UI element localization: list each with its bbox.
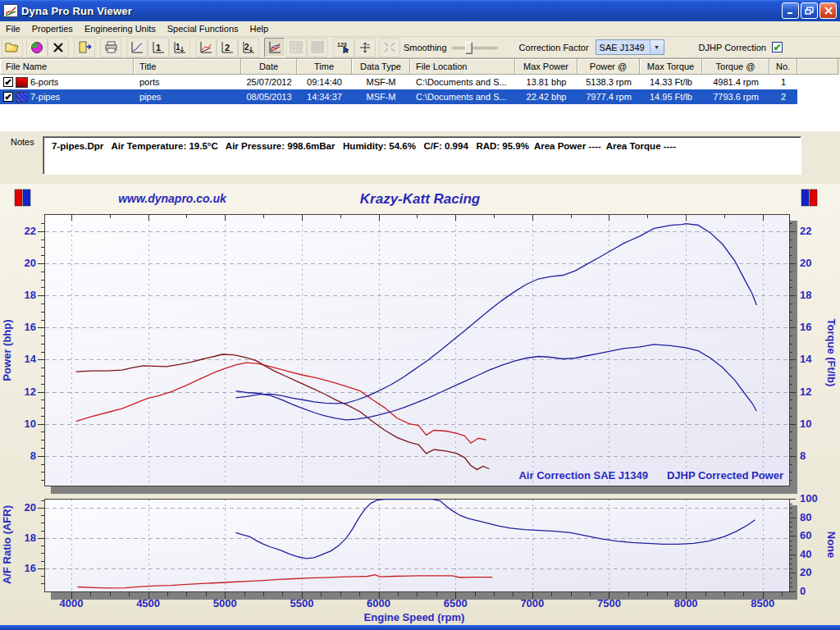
svg-text:DJHP Corrected Power: DJHP Corrected Power (667, 469, 783, 482)
svg-text:5000: 5000 (213, 597, 237, 609)
svg-text:5500: 5500 (290, 597, 313, 609)
svg-text:20: 20 (800, 566, 811, 578)
svg-text:20: 20 (25, 501, 36, 514)
svg-text:16: 16 (25, 321, 36, 333)
dyno-charts: 881010121214141616181820202222Air Correc… (0, 0, 840, 630)
svg-text:0: 0 (800, 585, 806, 597)
svg-text:8500: 8500 (751, 597, 774, 609)
svg-text:8000: 8000 (674, 597, 698, 609)
svg-text:20: 20 (800, 257, 811, 269)
svg-text:6000: 6000 (367, 597, 390, 609)
svg-text:18: 18 (25, 532, 36, 544)
svg-text:Power (bhp): Power (bhp) (1, 319, 13, 381)
svg-text:80: 80 (800, 511, 811, 523)
svg-text:4000: 4000 (60, 597, 84, 609)
svg-text:Engine Speed (rpm): Engine Speed (rpm) (364, 611, 465, 623)
svg-text:20: 20 (25, 257, 36, 269)
svg-text:10: 10 (25, 418, 36, 430)
svg-text:22: 22 (25, 225, 36, 237)
svg-text:12: 12 (25, 386, 36, 398)
svg-text:14: 14 (800, 353, 812, 365)
svg-text:16: 16 (800, 321, 811, 333)
svg-text:16: 16 (25, 562, 36, 574)
svg-text:A/F Ratio (AFR): A/F Ratio (AFR) (1, 505, 13, 584)
svg-text:100: 100 (800, 492, 818, 504)
svg-text:18: 18 (25, 289, 36, 301)
svg-text:18: 18 (800, 289, 811, 301)
svg-text:22: 22 (800, 225, 811, 237)
svg-text:Krazy-Katt Racing: Krazy-Katt Racing (360, 191, 481, 207)
svg-text:Air Correction SAE J1349: Air Correction SAE J1349 (518, 469, 648, 482)
svg-text:8: 8 (800, 450, 806, 462)
svg-text:www.dynapro.co.uk: www.dynapro.co.uk (118, 192, 227, 205)
svg-text:4500: 4500 (136, 597, 160, 609)
svg-text:8: 8 (30, 450, 36, 462)
svg-text:40: 40 (800, 548, 811, 560)
svg-text:Torque (Ft/lb): Torque (Ft/lb) (825, 319, 838, 387)
svg-text:None: None (825, 532, 838, 559)
svg-text:7000: 7000 (520, 597, 544, 609)
svg-text:7500: 7500 (597, 597, 621, 609)
svg-text:12: 12 (800, 386, 811, 398)
svg-text:6500: 6500 (444, 597, 468, 609)
svg-text:14: 14 (25, 353, 37, 365)
svg-text:60: 60 (800, 529, 811, 541)
svg-text:10: 10 (800, 418, 811, 430)
